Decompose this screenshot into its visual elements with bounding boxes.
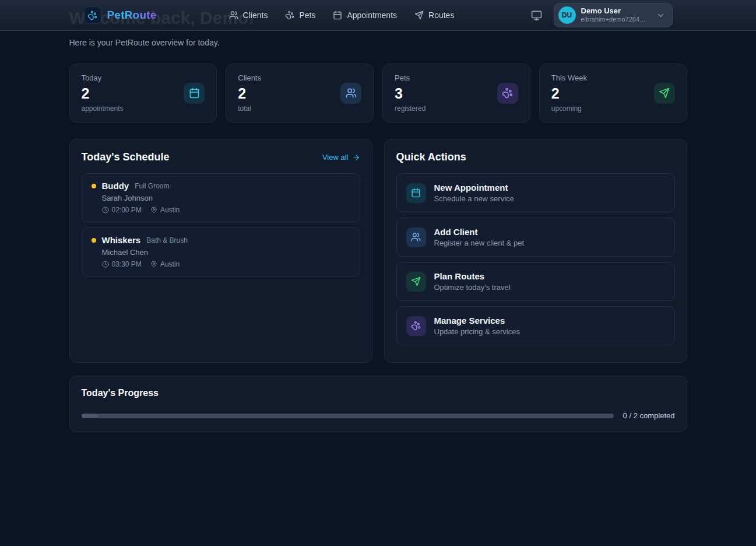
todays-progress-card: Today's Progress 0 / 2 completed — [69, 376, 687, 432]
nav-item-routes[interactable]: Routes — [414, 10, 454, 20]
appointment-location: Austin — [160, 260, 180, 268]
calendar-icon — [184, 83, 205, 104]
quick-actions-title: Quick Actions — [396, 151, 466, 163]
todays-schedule-card: Today's Schedule View all Buddy Full Gro… — [69, 139, 372, 363]
stat-label: Clients — [238, 74, 261, 82]
monitor-icon — [531, 10, 542, 21]
stat-value: 2 — [82, 85, 124, 102]
nav-menu: Clients Pets Appointments Routes — [229, 10, 455, 20]
clock-icon — [102, 206, 109, 214]
brand-logo[interactable]: PetRoute — [84, 6, 157, 24]
stat-card-pets: Pets 3 registered — [382, 64, 530, 123]
service-name: Bath & Brush — [146, 236, 188, 244]
nav-item-label: Clients — [243, 10, 268, 20]
send-icon — [414, 10, 424, 20]
user-menu[interactable]: DU Demo User eibrahim+demo7284@g... — [554, 3, 673, 27]
stat-value: 2 — [238, 85, 261, 102]
paw-icon — [497, 83, 518, 104]
appointment-time: 02:00 PM — [112, 206, 142, 214]
map-pin-icon — [150, 261, 157, 268]
nav-item-pets[interactable]: Pets — [285, 10, 315, 20]
send-icon — [406, 272, 426, 292]
progress-label: 0 / 2 completed — [623, 411, 675, 420]
send-icon — [654, 83, 675, 104]
appointment-location: Austin — [160, 206, 180, 214]
calendar-icon — [406, 183, 426, 203]
users-icon — [229, 10, 238, 20]
service-name: Full Groom — [135, 182, 169, 190]
new-appointment-action[interactable]: New Appointment Schedule a new service — [396, 173, 675, 212]
stat-label: This Week — [551, 74, 587, 82]
status-dot — [92, 184, 96, 188]
display-mode-button[interactable] — [527, 5, 547, 25]
action-title: New Appointment — [434, 183, 514, 192]
stat-value: 3 — [395, 85, 426, 102]
schedule-item[interactable]: Buddy Full Groom Sarah Johnson 02:00 PM … — [82, 173, 360, 222]
schedule-title: Today's Schedule — [82, 151, 170, 163]
appointment-time: 03:30 PM — [112, 260, 142, 268]
client-name: Sarah Johnson — [102, 194, 350, 202]
stat-sublabel: total — [238, 104, 261, 113]
stat-card-clients: Clients 2 total — [226, 64, 374, 123]
paw-icon — [285, 10, 294, 20]
manage-services-action[interactable]: Manage Services Update pricing & service… — [396, 306, 675, 345]
progress-bar — [82, 414, 614, 418]
action-subtitle: Update pricing & services — [434, 327, 520, 336]
action-subtitle: Optimize today's travel — [434, 283, 511, 292]
action-subtitle: Register a new client & pet — [434, 239, 525, 247]
nav-item-label: Pets — [299, 10, 315, 20]
calendar-icon — [333, 10, 342, 20]
nav-item-appointments[interactable]: Appointments — [333, 10, 397, 20]
add-client-action[interactable]: Add Client Register a new client & pet — [396, 218, 675, 257]
brand-name: PetRoute — [107, 9, 157, 22]
schedule-list: Buddy Full Groom Sarah Johnson 02:00 PM … — [82, 173, 360, 276]
nav-item-label: Appointments — [347, 10, 397, 20]
schedule-item[interactable]: Whiskers Bath & Brush Michael Chen 03:30… — [82, 228, 360, 276]
top-nav: PetRoute Clients Pets Appointments Route… — [0, 0, 756, 31]
quick-actions-card: Quick Actions New Appointment Schedule a… — [384, 139, 687, 363]
stat-card-today: Today 2 appointments — [69, 64, 217, 123]
stat-sublabel: registered — [395, 104, 426, 113]
map-pin-icon — [150, 206, 157, 214]
stat-value: 2 — [551, 85, 587, 102]
action-title: Plan Routes — [434, 271, 511, 281]
stats-row: Today 2 appointments Clients 2 total Pet… — [69, 64, 687, 123]
action-subtitle: Schedule a new service — [434, 194, 514, 203]
user-name: Demo User — [581, 7, 650, 16]
user-email: eibrahim+demo7284@g... — [581, 16, 650, 23]
nav-item-clients[interactable]: Clients — [229, 10, 268, 20]
plan-routes-action[interactable]: Plan Routes Optimize today's travel — [396, 262, 675, 301]
page-subtitle: Here is your PetRoute overview for today… — [69, 38, 687, 47]
action-title: Add Client — [434, 227, 525, 237]
users-icon — [406, 228, 426, 247]
quick-actions-list: New Appointment Schedule a new service A… — [396, 173, 675, 345]
client-name: Michael Chen — [102, 248, 350, 257]
stat-sublabel: upcoming — [551, 104, 587, 113]
progress-bar-fill — [82, 414, 98, 418]
clock-icon — [102, 261, 109, 268]
nav-item-label: Routes — [428, 10, 454, 20]
stat-label: Today — [82, 74, 124, 82]
chevron-down-icon — [656, 11, 665, 20]
stat-card-this-week: This Week 2 upcoming — [539, 64, 687, 123]
view-all-label: View all — [322, 153, 349, 162]
status-dot — [92, 238, 96, 243]
action-title: Manage Services — [434, 316, 520, 326]
dashboard-page: Welcome back, Demo! Here is your PetRout… — [69, 8, 687, 432]
pet-name: Buddy — [102, 181, 129, 191]
stat-label: Pets — [395, 74, 426, 82]
users-icon — [340, 83, 361, 104]
stat-sublabel: appointments — [82, 104, 124, 113]
progress-title: Today's Progress — [82, 388, 675, 398]
avatar: DU — [558, 6, 576, 24]
view-all-link[interactable]: View all — [322, 153, 360, 162]
paw-icon — [406, 316, 426, 336]
pet-name: Whiskers — [102, 235, 141, 245]
arrow-right-icon — [352, 153, 360, 162]
petroute-logo-icon — [84, 6, 101, 24]
